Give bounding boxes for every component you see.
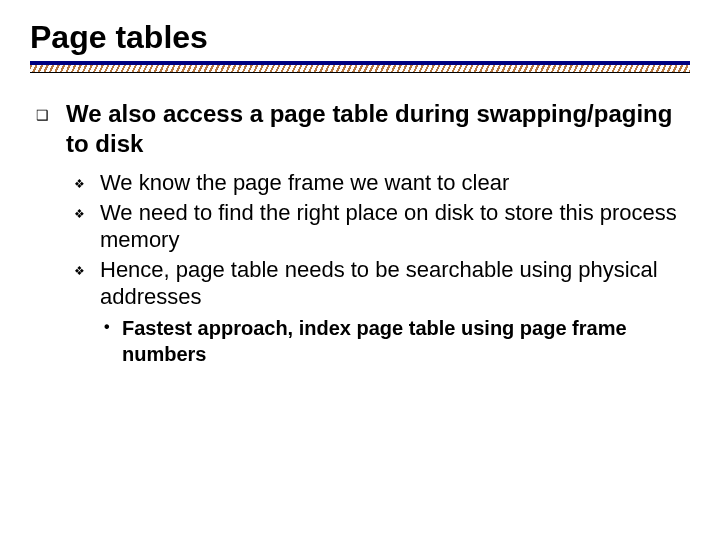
bullet-level-2: ❖ We need to find the right place on dis… [74, 199, 690, 254]
sub-bullet-list: ❖ We know the page frame we want to clea… [74, 169, 690, 367]
bullet-text: We know the page frame we want to clear [100, 169, 690, 197]
bullet-level-2: ❖ Hence, page table needs to be searchab… [74, 256, 690, 311]
diamond-bullet-icon: ❖ [74, 169, 100, 192]
slide-title: Page tables [30, 20, 690, 55]
square-bullet-icon: ❑ [36, 99, 66, 125]
diamond-bullet-icon: ❖ [74, 199, 100, 222]
slide: Page tables ❑ We also access a page tabl… [0, 0, 720, 540]
subsub-bullet-list: • Fastest approach, index page table usi… [104, 315, 690, 367]
bullet-level-1: ❑ We also access a page table during swa… [36, 99, 690, 159]
bullet-text: We need to find the right place on disk … [100, 199, 690, 254]
dot-bullet-icon: • [104, 315, 122, 338]
title-underline [30, 61, 690, 71]
bullet-text: Fastest approach, index page table using… [122, 315, 690, 367]
diamond-bullet-icon: ❖ [74, 256, 100, 279]
bullet-text: We also access a page table during swapp… [66, 99, 690, 159]
bullet-level-2: ❖ We know the page frame we want to clea… [74, 169, 690, 197]
bullet-level-3: • Fastest approach, index page table usi… [104, 315, 690, 367]
bullet-text: Hence, page table needs to be searchable… [100, 256, 690, 311]
